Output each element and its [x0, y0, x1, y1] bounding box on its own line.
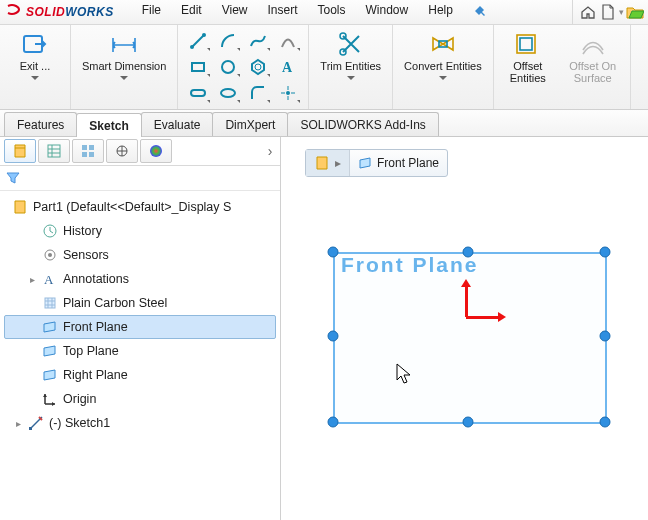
breadcrumb-plane[interactable]: Front Plane [350, 150, 447, 176]
svg-rect-7 [191, 90, 205, 96]
svg-rect-27 [29, 427, 32, 430]
point-tool-icon[interactable] [274, 81, 302, 105]
handle-icon[interactable] [600, 417, 611, 428]
tree-item-label: History [63, 224, 102, 238]
title-quick-access: ▾ [572, 0, 648, 24]
feature-manager-tabs: › [0, 137, 280, 166]
feature-filter[interactable] [0, 166, 280, 191]
svg-rect-3 [192, 63, 204, 71]
polygon-tool-icon[interactable] [244, 55, 272, 79]
rectangle-tool-icon[interactable] [184, 55, 212, 79]
fm-expand-button[interactable]: › [260, 143, 280, 159]
new-doc-icon[interactable] [599, 3, 617, 21]
smart-dimension-button[interactable]: Smart Dimension [77, 29, 171, 83]
tree-item-label: Annotations [63, 272, 129, 286]
tree-item-label: Origin [63, 392, 96, 406]
expand-caret-icon[interactable]: ▸ [13, 418, 23, 429]
slot-tool-icon[interactable] [184, 81, 212, 105]
menu-insert[interactable]: Insert [258, 0, 308, 25]
main-body: › Part1 (Default<<Default>_Display S His… [0, 137, 648, 520]
menu-window[interactable]: Window [356, 0, 419, 25]
ribbon-group-convert: Convert Entities [393, 25, 494, 109]
menu-view[interactable]: View [212, 0, 258, 25]
tree-item-top-plane[interactable]: Top Plane [4, 339, 276, 363]
menu-help[interactable]: Help [418, 0, 463, 25]
line-tool-icon[interactable] [184, 29, 212, 53]
ellipse-tool-icon[interactable] [214, 81, 242, 105]
svg-point-8 [221, 89, 235, 97]
offset-entities-button[interactable]: Offset Entities [500, 29, 556, 87]
graphics-area[interactable]: ▸ Front Plane Front Plane [281, 137, 648, 520]
fm-tab-property[interactable] [38, 139, 70, 163]
chevron-down-icon [347, 76, 355, 80]
tree-item-plain-carbon-steel[interactable]: Plain Carbon Steel [4, 291, 276, 315]
svg-point-4 [222, 61, 234, 73]
fm-tab-display[interactable] [140, 139, 172, 163]
ribbon-group-offset: Offset Entities Offset On Surface [494, 25, 631, 109]
plane-boundary[interactable] [333, 252, 607, 424]
arc-tool-icon[interactable] [214, 29, 242, 53]
exit-sketch-button[interactable]: Exit ... [7, 29, 63, 83]
handle-icon[interactable] [600, 247, 611, 258]
menu-tools[interactable]: Tools [308, 0, 356, 25]
logo-text: SOLIDWORKS [26, 5, 114, 19]
fillet-tool-icon[interactable] [244, 81, 272, 105]
filter-icon [6, 171, 20, 185]
circle-tool-icon[interactable] [214, 55, 242, 79]
tree-item-front-plane[interactable]: Front Plane [4, 315, 276, 339]
plane-icon [41, 318, 59, 336]
handle-icon[interactable] [328, 247, 339, 258]
conic-tool-icon[interactable] [274, 29, 302, 53]
svg-rect-13 [520, 38, 532, 50]
open-icon[interactable] [626, 3, 644, 21]
tree-item-sensors[interactable]: Sensors [4, 243, 276, 267]
dropdown-caret-icon[interactable]: ▾ [619, 7, 624, 17]
svg-rect-19 [89, 152, 94, 157]
tree-item-label: Right Plane [63, 368, 128, 382]
menu-file[interactable]: File [132, 0, 171, 25]
app-logo: SOLIDWORKS [0, 3, 122, 22]
text-tool-icon[interactable]: A [274, 55, 302, 79]
svg-point-9 [286, 91, 290, 95]
plane-icon [41, 366, 59, 384]
material-icon [41, 294, 59, 312]
tree-root[interactable]: Part1 (Default<<Default>_Display S [4, 195, 276, 219]
svg-rect-18 [82, 152, 87, 157]
tab-addins[interactable]: SOLIDWORKS Add-Ins [287, 112, 438, 136]
svg-text:A: A [282, 60, 293, 75]
tree-item-history[interactable]: History [4, 219, 276, 243]
tree-item--sketch1[interactable]: ▸(-) Sketch1 [4, 411, 276, 435]
fm-tab-config[interactable] [72, 139, 104, 163]
svg-point-1 [190, 45, 194, 49]
trim-entities-button[interactable]: Trim Entities [315, 29, 386, 83]
handle-icon[interactable] [328, 417, 339, 428]
convert-entities-button[interactable]: Convert Entities [399, 29, 487, 83]
tree-item-right-plane[interactable]: Right Plane [4, 363, 276, 387]
tree-item-origin[interactable]: Origin [4, 387, 276, 411]
handle-icon[interactable] [600, 331, 611, 342]
sketch-icon [27, 414, 45, 432]
spline-tool-icon[interactable] [244, 29, 272, 53]
fm-tab-dimxpert[interactable] [106, 139, 138, 163]
breadcrumb-chip[interactable]: ▸ Front Plane [305, 149, 448, 177]
tab-dimxpert[interactable]: DimXpert [212, 112, 288, 136]
tree-item-label: Sensors [63, 248, 109, 262]
handle-icon[interactable] [463, 417, 474, 428]
title-bar: SOLIDWORKS File Edit View Insert Tools W… [0, 0, 648, 25]
fm-tab-tree[interactable] [4, 139, 36, 163]
menu-edit[interactable]: Edit [171, 0, 212, 25]
logo-ds-icon [6, 3, 22, 22]
home-icon[interactable] [579, 3, 597, 21]
chevron-down-icon [31, 76, 39, 80]
pin-icon[interactable] [463, 0, 501, 25]
tab-features[interactable]: Features [4, 112, 77, 136]
handle-icon[interactable] [328, 331, 339, 342]
tree-item-annotations[interactable]: ▸AAnnotations [4, 267, 276, 291]
breadcrumb-root-icon[interactable]: ▸ [306, 150, 349, 176]
tab-evaluate[interactable]: Evaluate [141, 112, 214, 136]
tree-item-label: Front Plane [63, 320, 128, 334]
handle-icon[interactable] [463, 247, 474, 258]
expand-caret-icon[interactable]: ▸ [27, 274, 37, 285]
ribbon-group-sketch-tools: A [178, 25, 309, 109]
tab-sketch[interactable]: Sketch [76, 113, 141, 137]
